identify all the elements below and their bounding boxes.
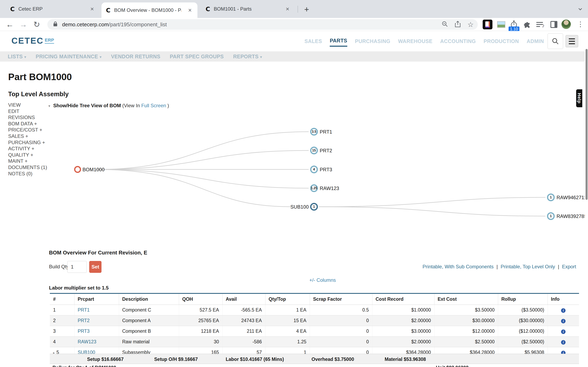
sidebar-item-bom-data[interactable]: BOM DATA + bbox=[8, 121, 47, 127]
share-icon[interactable] bbox=[455, 21, 461, 28]
tree-label: BOM1000 bbox=[82, 167, 104, 173]
labor-multiplier-note: Labor multiplier set to 1.5 bbox=[49, 285, 109, 291]
cetec-erp-logo[interactable]: CETECERP bbox=[11, 36, 54, 46]
tree-node-prt2[interactable]: 15 bbox=[310, 147, 318, 154]
hamburger-menu-button[interactable] bbox=[566, 35, 578, 47]
search-icon bbox=[552, 38, 559, 45]
nav-production[interactable]: PRODUCTION bbox=[484, 36, 519, 46]
tree-node-bom1000[interactable] bbox=[74, 166, 81, 173]
subnav-lists[interactable]: LISTS ▾ bbox=[8, 54, 26, 59]
profile-avatar[interactable] bbox=[562, 20, 571, 29]
scrollbar-thumb[interactable] bbox=[586, 49, 588, 200]
labor-total: Labor $10.41667 (65 Mins) bbox=[226, 357, 284, 362]
sidebar-toggle-icon[interactable] bbox=[549, 20, 559, 29]
tree-label: PRT2 bbox=[320, 148, 332, 154]
table-header-row: #PrcpartDescriptionQOHAvailQty/TopScrap … bbox=[50, 293, 579, 305]
cetec-favicon-icon: C bbox=[10, 6, 15, 13]
build-qty-input[interactable] bbox=[67, 261, 86, 273]
url-bar[interactable]: demo.cetecerp.com/part/195/component_lis… bbox=[47, 19, 478, 30]
main-nav: SALES PARTS PURCHASING WAREHOUSE ACCOUNT… bbox=[304, 31, 544, 51]
table-row: 4 RAW123 Raw material 30 -586 1.25 0 $2.… bbox=[50, 337, 579, 347]
forward-button[interactable]: → bbox=[17, 18, 29, 31]
sidebar-item-purchasing[interactable]: PURCHASING + bbox=[8, 140, 47, 146]
sidebar-item-edit[interactable]: EDIT bbox=[8, 108, 47, 115]
reload-button[interactable]: ↻ bbox=[31, 18, 43, 31]
columns-toggle-link[interactable]: +/- Columns bbox=[309, 277, 336, 283]
back-button[interactable]: ← bbox=[4, 18, 16, 31]
chevron-down-icon: ▾ bbox=[260, 55, 262, 59]
chevron-down-icon[interactable] bbox=[579, 7, 584, 11]
extension-stopwatch-icon[interactable]: 1.10 bbox=[509, 20, 519, 29]
table-row: 1 PRT1 Component C 527.5 EA -565.5 EA 1 … bbox=[50, 305, 579, 315]
sidebar-item-sales[interactable]: SALES + bbox=[8, 133, 47, 140]
info-icon[interactable]: i bbox=[561, 340, 566, 345]
setup-total: Setup $16.66667 bbox=[87, 357, 123, 362]
sidebar-item-notes[interactable]: NOTES (0) bbox=[8, 171, 47, 177]
subnav-reports[interactable]: REPORTS ▾ bbox=[233, 54, 262, 59]
sidebar-item-documents[interactable]: DOCUMENTS (1) bbox=[8, 164, 47, 171]
tree-label: PRT1 bbox=[320, 129, 332, 135]
new-tab-button[interactable]: + bbox=[302, 4, 311, 14]
printable-top-level-only-link[interactable]: Printable, Top Level Only bbox=[501, 264, 555, 269]
nav-warehouse[interactable]: WAREHOUSE bbox=[398, 36, 432, 46]
info-icon[interactable]: i bbox=[561, 308, 566, 313]
tree-label: RAW8392785 bbox=[557, 213, 585, 219]
sidebar-item-activity[interactable]: ACTIVITY + bbox=[8, 146, 47, 152]
full-screen-link[interactable]: Full Screen bbox=[141, 103, 166, 108]
search-button[interactable] bbox=[548, 33, 563, 49]
table-row: 3 PRT3 Component B 1218 EA 211 EA 4 EA 0… bbox=[50, 326, 579, 337]
prcpart-link[interactable]: RAW123 bbox=[78, 339, 96, 344]
nav-admin[interactable]: ADMIN bbox=[527, 36, 544, 46]
tree-label: RAW9462711 bbox=[557, 195, 585, 200]
nav-parts[interactable]: PARTS bbox=[330, 36, 347, 47]
help-tab[interactable]: Help bbox=[576, 89, 582, 107]
extension-doc-icon[interactable] bbox=[483, 20, 493, 29]
subnav-vendor-returns[interactable]: VENDOR RETURNS bbox=[111, 54, 160, 59]
prcpart-link[interactable]: PRT1 bbox=[78, 307, 90, 313]
prcpart-link[interactable]: PRT3 bbox=[78, 328, 90, 334]
tree-node-prt3[interactable]: 4 bbox=[310, 166, 318, 173]
tree-node-raw9462711[interactable]: 1 bbox=[547, 193, 555, 201]
export-link[interactable]: Export bbox=[562, 264, 576, 269]
bom-overview-heading: BOM Overview For Current Revision, E bbox=[49, 250, 147, 256]
browser-toolbar: ← → ↻ demo.cetecerp.com/part/195/compone… bbox=[0, 18, 588, 31]
sidebar-item-price-cost[interactable]: PRICE/COST + bbox=[8, 127, 47, 133]
chevron-down-icon: ▾ bbox=[24, 55, 26, 59]
browser-tab-bom1001[interactable]: C BOM1001 - Parts × bbox=[201, 0, 295, 18]
setup-oh-total: Setup O/H $9.16667 bbox=[154, 357, 198, 362]
sidebar-item-quality[interactable]: QUALITY + bbox=[8, 152, 47, 158]
tree-node-prt1[interactable]: 3.5 bbox=[310, 128, 318, 136]
browser-tab-bom-overview[interactable]: C BOM Overview - BOM1000 - Pa × bbox=[102, 2, 198, 18]
extension-image-icon[interactable] bbox=[496, 20, 506, 29]
caret-down-icon: ▾ bbox=[48, 104, 50, 108]
tree-node-raw123[interactable]: 1.25 bbox=[310, 184, 318, 192]
tree-toggle[interactable]: ▾ Show/Hide Tree View of BOM (View In Fu… bbox=[48, 103, 169, 108]
info-icon[interactable]: i bbox=[561, 329, 566, 334]
close-icon[interactable]: × bbox=[89, 6, 95, 12]
overhead-total: Overhead $3.75000 bbox=[311, 357, 354, 362]
subnav-part-spec-groups[interactable]: PART SPEC GROUPS bbox=[170, 54, 224, 59]
nav-accounting[interactable]: ACCOUNTING bbox=[440, 36, 476, 46]
browser-menu-kebab-icon[interactable]: ⋮ bbox=[577, 20, 584, 28]
sidebar-item-view[interactable]: VIEW bbox=[8, 102, 47, 108]
playlist-icon[interactable]: ♪ bbox=[536, 20, 545, 29]
printable-with-sub-components-link[interactable]: Printable, With Sub Components bbox=[423, 264, 494, 269]
sidebar-item-revisions[interactable]: REVISIONS bbox=[8, 114, 47, 121]
browser-tab-cetec-erp[interactable]: C Cetec ERP × bbox=[6, 0, 100, 18]
nav-purchasing[interactable]: PURCHASING bbox=[355, 36, 390, 46]
tree-node-raw8392785[interactable]: 1 bbox=[547, 212, 555, 220]
set-button[interactable]: Set bbox=[89, 261, 102, 273]
bookmark-star-icon[interactable]: ☆ bbox=[467, 21, 474, 28]
extensions-puzzle-icon[interactable] bbox=[522, 20, 532, 29]
subnav-pricing-maintenance[interactable]: PRICING MAINTENANCE ▾ bbox=[36, 54, 102, 59]
prcpart-link[interactable]: PRT2 bbox=[78, 318, 90, 323]
info-icon[interactable]: i bbox=[561, 319, 566, 323]
nav-sales[interactable]: SALES bbox=[304, 36, 322, 46]
close-icon[interactable]: × bbox=[187, 7, 193, 14]
close-icon[interactable]: × bbox=[285, 6, 291, 12]
tree-node-sub100[interactable]: 1 bbox=[310, 203, 318, 211]
zoom-out-icon[interactable] bbox=[442, 21, 448, 28]
sub-nav: LISTS ▾ PRICING MAINTENANCE ▾ VENDOR RET… bbox=[0, 51, 585, 62]
sidebar-item-maint[interactable]: MAINT + bbox=[8, 158, 47, 164]
app-header: CETECERP SALES PARTS PURCHASING WAREHOUS… bbox=[0, 31, 585, 51]
